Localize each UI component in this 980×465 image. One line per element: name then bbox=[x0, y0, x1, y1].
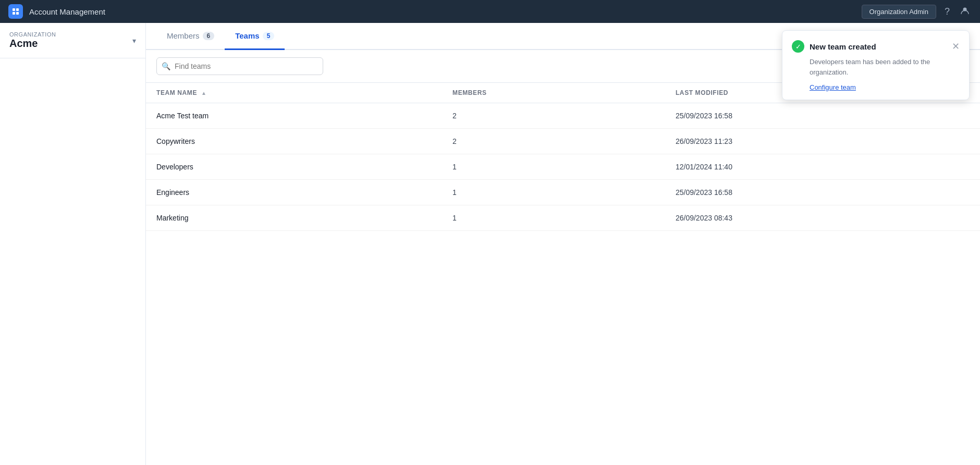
topbar: Account Management Organization Admin ? bbox=[0, 0, 980, 23]
toast-title: New team created bbox=[810, 42, 876, 51]
team-name-cell: Copywriters bbox=[146, 129, 442, 154]
org-label: Organization bbox=[9, 31, 56, 38]
table-row[interactable]: Marketing 1 26/09/2023 08:43 bbox=[146, 205, 980, 231]
team-members-cell: 2 bbox=[442, 129, 665, 154]
app-logo bbox=[8, 4, 23, 19]
team-last-modified-cell: 26/09/2023 11:23 bbox=[665, 129, 980, 154]
help-icon-button[interactable]: ? bbox=[942, 5, 952, 18]
table-row[interactable]: Developers 1 12/01/2024 11:40 bbox=[146, 154, 980, 180]
toast-close-button[interactable]: ✕ bbox=[952, 42, 960, 51]
team-members-cell: 1 bbox=[442, 154, 665, 180]
team-name-cell: Marketing bbox=[146, 205, 442, 231]
configure-team-link[interactable]: Configure team bbox=[810, 83, 960, 91]
search-input[interactable] bbox=[156, 57, 323, 75]
org-selector[interactable]: Organization Acme ▾ bbox=[0, 23, 145, 58]
toast-title-row: ✓ New team created bbox=[792, 40, 876, 53]
svg-rect-0 bbox=[13, 8, 15, 11]
svg-rect-2 bbox=[13, 12, 15, 15]
topbar-right: Organization Admin ? bbox=[862, 4, 972, 19]
topbar-left: Account Management bbox=[8, 4, 105, 19]
team-members-cell: 1 bbox=[442, 205, 665, 231]
table-row[interactable]: Acme Test team 2 25/09/2023 16:58 bbox=[146, 103, 980, 129]
svg-rect-1 bbox=[16, 8, 19, 11]
toast-notification: ✓ New team created ✕ Developers team has… bbox=[782, 30, 970, 100]
teams-table-body: Acme Test team 2 25/09/2023 16:58 Copywr… bbox=[146, 103, 980, 231]
topbar-title: Account Management bbox=[29, 7, 105, 16]
team-members-cell: 2 bbox=[442, 103, 665, 129]
tab-members[interactable]: Members 6 bbox=[156, 23, 225, 50]
teams-table: Team name ▲ Members Last Modified Acme T… bbox=[146, 83, 980, 231]
toast-body: Developers team has been added to the or… bbox=[810, 57, 960, 77]
toast-check-icon: ✓ bbox=[792, 40, 804, 53]
org-name: Acme bbox=[9, 38, 56, 50]
toast-header: ✓ New team created ✕ bbox=[792, 40, 960, 53]
sort-icon: ▲ bbox=[201, 90, 207, 96]
team-last-modified-cell: 25/09/2023 16:58 bbox=[665, 180, 980, 205]
search-icon: 🔍 bbox=[162, 62, 170, 70]
chevron-down-icon: ▾ bbox=[132, 36, 136, 45]
col-members: Members bbox=[442, 83, 665, 103]
tab-teams[interactable]: Teams 5 bbox=[225, 23, 285, 50]
search-wrapper: 🔍 bbox=[156, 57, 323, 75]
table-row[interactable]: Copywriters 2 26/09/2023 11:23 bbox=[146, 129, 980, 154]
team-name-cell: Engineers bbox=[146, 180, 442, 205]
team-last-modified-cell: 25/09/2023 16:58 bbox=[665, 103, 980, 129]
team-name-cell: Acme Test team bbox=[146, 103, 442, 129]
tab-teams-badge: 5 bbox=[263, 32, 275, 40]
tab-teams-label: Teams bbox=[235, 31, 259, 40]
team-members-cell: 1 bbox=[442, 180, 665, 205]
teams-table-container: Team name ▲ Members Last Modified Acme T… bbox=[146, 82, 980, 465]
org-admin-button[interactable]: Organization Admin bbox=[862, 5, 936, 19]
sidebar: Organization Acme ▾ bbox=[0, 23, 146, 465]
table-row[interactable]: Engineers 1 25/09/2023 16:58 bbox=[146, 180, 980, 205]
tab-members-label: Members bbox=[167, 31, 200, 40]
team-name-cell: Developers bbox=[146, 154, 442, 180]
svg-rect-3 bbox=[16, 12, 19, 15]
team-last-modified-cell: 26/09/2023 08:43 bbox=[665, 205, 980, 231]
col-team-name: Team name ▲ bbox=[146, 83, 442, 103]
user-icon-button[interactable] bbox=[958, 4, 972, 19]
team-last-modified-cell: 12/01/2024 11:40 bbox=[665, 154, 980, 180]
tab-members-badge: 6 bbox=[203, 32, 215, 40]
